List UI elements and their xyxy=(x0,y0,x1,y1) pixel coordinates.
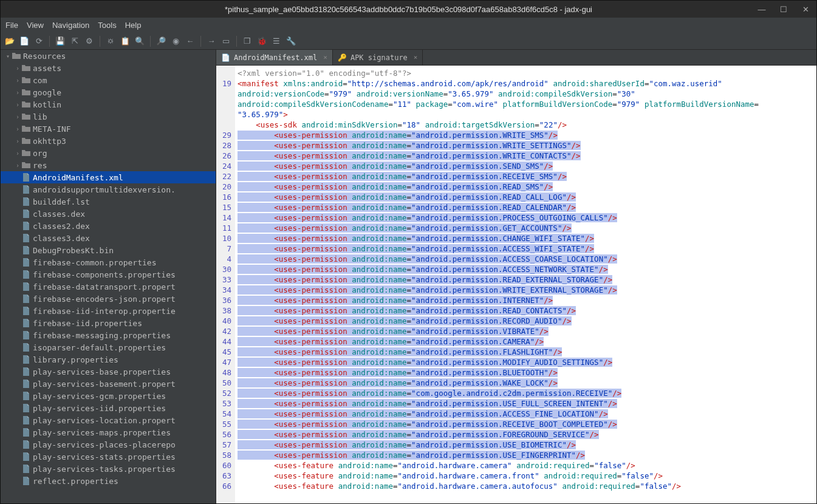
tree-expander-icon[interactable]: › xyxy=(14,162,21,169)
tree-expander-icon[interactable]: › xyxy=(14,114,21,120)
tree-file[interactable]: firebase-iid-interop.propertie xyxy=(1,305,216,317)
tree-folder-assets[interactable]: ›assets xyxy=(1,62,216,74)
tree-expander-icon[interactable]: › xyxy=(14,101,21,108)
tree-expander-icon[interactable]: › xyxy=(14,150,21,157)
folder-icon xyxy=(12,52,21,60)
tree-folder-okhttp3[interactable]: ›okhttp3 xyxy=(1,135,216,147)
tree-file[interactable]: play-services-maps.properties xyxy=(1,426,216,438)
file-icon xyxy=(21,416,31,424)
menu-item-navigation[interactable]: Navigation xyxy=(52,21,89,30)
list-icon[interactable]: ☰ xyxy=(270,35,283,48)
editor-tab[interactable]: 🔑APK signature× xyxy=(333,50,423,65)
save-icon[interactable]: ⟳ xyxy=(32,35,46,48)
tree-file[interactable]: firebase-messaging.properties xyxy=(1,329,216,341)
forward-icon[interactable]: → xyxy=(205,35,218,48)
tree-expander-icon[interactable]: › xyxy=(14,77,21,84)
tree-file[interactable]: classes.dex xyxy=(1,208,216,220)
tree-file[interactable]: DebugProbesKt.bin xyxy=(1,244,216,256)
wrench-icon[interactable]: 🔧 xyxy=(284,35,298,48)
bug-icon[interactable]: 🐞 xyxy=(255,35,268,48)
menu-item-file[interactable]: File xyxy=(5,21,18,30)
tree-label: classes.dex xyxy=(33,209,85,219)
tree-folder-google[interactable]: ›google xyxy=(1,86,216,98)
tree-file[interactable]: builddef.lst xyxy=(1,196,216,208)
tree-file[interactable]: play-services-basement.propert xyxy=(1,378,216,390)
find-icon[interactable]: 🔎 xyxy=(154,35,168,48)
tab-close-icon[interactable]: × xyxy=(323,53,327,61)
back-icon[interactable]: ← xyxy=(183,35,197,48)
tree-folder-kotlin[interactable]: ›kotlin xyxy=(1,98,216,111)
code-content[interactable]: <?xml version="1.0" encoding="utf-8"?><m… xyxy=(235,66,816,503)
tree-file-androidmanifest[interactable]: AndroidManifest.xml xyxy=(1,171,216,183)
tree-file[interactable]: firebase-components.properties xyxy=(1,268,216,281)
tree-file[interactable]: play-services-tasks.properties xyxy=(1,463,216,475)
tree-file[interactable]: firebase-common.properties xyxy=(1,256,216,268)
folder-icon xyxy=(21,64,31,72)
add-file-icon[interactable]: 📄 xyxy=(18,35,31,48)
tree-folder-org[interactable]: ›org xyxy=(1,147,216,159)
window-close-button[interactable]: ✕ xyxy=(798,5,813,14)
toolbar-separator xyxy=(100,36,100,47)
tree-file[interactable]: androidsupportmultidexversion. xyxy=(1,183,216,196)
folder-open-icon[interactable]: 📂 xyxy=(3,35,16,48)
tree-file[interactable]: play-services-iid.properties xyxy=(1,402,216,414)
tab-file-icon: 📄 xyxy=(221,53,230,62)
file-icon xyxy=(21,246,31,254)
code-editor[interactable]: 19 2928262422201615141110743033343638404… xyxy=(216,66,816,503)
tree-file[interactable]: play-services-base.properties xyxy=(1,366,216,378)
menu-item-help[interactable]: Help xyxy=(125,21,142,30)
tree-file[interactable]: play-services-places-placerepo xyxy=(1,438,216,451)
tree-file[interactable]: firebase-iid.properties xyxy=(1,317,216,329)
tree-file[interactable]: play-services-stats.properties xyxy=(1,451,216,463)
tree-folder-meta-inf[interactable]: ›META-INF xyxy=(1,123,216,135)
toolbar-separator xyxy=(49,36,50,47)
tree-folder-lib[interactable]: ›lib xyxy=(1,111,216,123)
tree-label: play-services-base.properties xyxy=(33,367,171,376)
file-icon xyxy=(21,440,31,449)
tree-file[interactable]: play-services-location.propert xyxy=(1,414,216,426)
tree-expander-icon[interactable]: › xyxy=(14,65,21,72)
file-icon xyxy=(21,465,31,473)
menu-item-view[interactable]: View xyxy=(27,21,44,30)
tree-expander-icon[interactable]: › xyxy=(14,89,21,96)
tab-file-icon: 🔑 xyxy=(338,53,347,62)
export-icon[interactable]: ⇱ xyxy=(68,35,81,48)
tree-folder-res[interactable]: ›res xyxy=(1,159,216,171)
file-icon xyxy=(21,452,31,461)
log-icon[interactable]: 📋 xyxy=(118,35,132,48)
window-maximize-button[interactable]: ☐ xyxy=(776,5,791,14)
tree-file[interactable]: firebase-datatransport.propert xyxy=(1,281,216,293)
tree-file[interactable]: classes3.dex xyxy=(1,232,216,244)
tree-file[interactable]: isoparser-default.properties xyxy=(1,341,216,353)
tree-expander-icon[interactable]: › xyxy=(14,138,21,145)
tab-close-icon[interactable]: × xyxy=(414,53,418,61)
file-icon xyxy=(21,307,31,315)
new-window-icon[interactable]: ❐ xyxy=(241,35,254,48)
tree-folder-com[interactable]: ›com xyxy=(1,74,216,86)
gradle-icon[interactable]: ⛭ xyxy=(104,35,117,48)
editor-tab[interactable]: 📄AndroidManifest.xml× xyxy=(216,50,333,65)
tree-label: kotlin xyxy=(33,100,61,109)
deobf-icon[interactable]: ◉ xyxy=(169,35,182,48)
resources-tree[interactable]: ▾Resources›assets›com›google›kotlin›lib›… xyxy=(1,50,216,503)
folder-icon xyxy=(21,125,31,132)
window-minimize-button[interactable]: — xyxy=(754,5,769,14)
menu-item-tools[interactable]: Tools xyxy=(98,21,116,30)
tree-file[interactable]: reflect.properties xyxy=(1,475,216,487)
tree-root-resources[interactable]: ▾Resources xyxy=(1,50,216,62)
debug-window-icon[interactable]: ▭ xyxy=(219,35,233,48)
file-icon xyxy=(21,319,31,327)
tree-expander-icon[interactable]: ▾ xyxy=(4,53,12,60)
file-icon xyxy=(21,222,31,230)
tree-file[interactable]: classes2.dex xyxy=(1,220,216,232)
toolbar-separator xyxy=(150,36,151,47)
tree-file[interactable]: library.properties xyxy=(1,353,216,366)
settings-icon[interactable]: ⚙ xyxy=(83,35,96,48)
tree-file[interactable]: firebase-encoders-json.propert xyxy=(1,293,216,305)
folder-icon xyxy=(21,162,31,169)
window-titlebar: *pithus_sample_ae05bbd31820c566543addbb0… xyxy=(1,1,816,18)
search-icon[interactable]: 🔍 xyxy=(133,35,146,48)
tree-file[interactable]: play-services-gcm.properties xyxy=(1,390,216,402)
sync-icon[interactable]: 💾 xyxy=(53,35,67,48)
tree-expander-icon[interactable]: › xyxy=(14,126,21,132)
